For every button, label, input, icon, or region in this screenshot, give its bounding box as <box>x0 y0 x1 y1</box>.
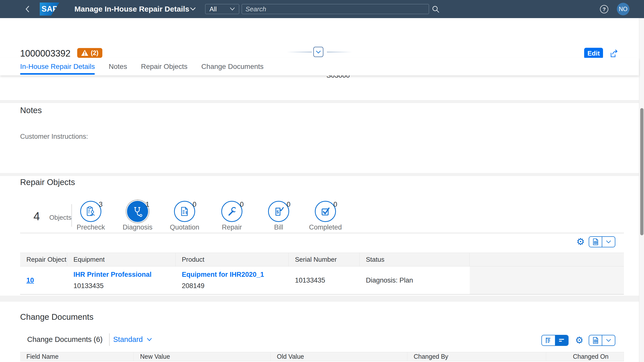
flow-step-completed[interactable]: 0 Completed <box>307 199 344 231</box>
bill-icon: $ <box>273 206 284 217</box>
cd-export-split-button[interactable] <box>589 335 615 346</box>
col-status[interactable]: Status <box>360 253 470 266</box>
edit-button[interactable]: Edit <box>584 48 603 59</box>
page-title: 1000003392 <box>20 48 70 59</box>
vertical-scrollbar[interactable] <box>639 0 644 362</box>
serial-number-value: 10133435 <box>295 277 360 284</box>
view-variant-name: Standard <box>113 335 143 344</box>
collapse-header-button[interactable] <box>313 47 323 57</box>
customer-instructions-label: Customer Instructions: <box>20 133 88 141</box>
scrollbar-thumb[interactable] <box>640 108 643 235</box>
shell-header: SAP Manage In-House Repair Details All ?… <box>0 0 644 18</box>
bill-count: 0 <box>287 201 290 208</box>
help-icon[interactable]: ? <box>600 5 608 13</box>
flow-step-precheck[interactable]: 3 Precheck <box>72 199 110 231</box>
flow-step-quotation[interactable]: $ 0 Quotation <box>166 199 203 231</box>
col-product[interactable]: Product <box>176 253 289 266</box>
export-menu-chevron-down-icon[interactable] <box>602 335 615 345</box>
quotation-icon: $ <box>179 206 190 217</box>
completed-label: Completed <box>307 223 344 231</box>
collapse-line-left <box>287 52 312 52</box>
flow-step-repair[interactable]: 0 Repair <box>213 199 251 231</box>
change-documents-titlebar: Change Documents (6) Standard <box>20 332 624 348</box>
svg-text:$: $ <box>277 210 279 214</box>
search-icon[interactable] <box>432 5 440 14</box>
details-section-tail: S03000 <box>0 75 639 100</box>
col-empty <box>470 253 624 266</box>
product-link[interactable]: Equipment for IHR2020_1 <box>182 271 289 279</box>
repair-object-link[interactable]: 10 <box>26 277 67 284</box>
col-serial-number[interactable]: Serial Number <box>289 253 360 266</box>
collapse-line-right <box>327 52 352 52</box>
warning-count: (2) <box>91 49 99 57</box>
diagnosis-icon <box>132 206 143 217</box>
app-title[interactable]: Manage In-House Repair Details <box>74 0 189 18</box>
flow-bottom-border <box>20 233 624 233</box>
warning-triangle-icon <box>81 50 89 56</box>
col-changed-by[interactable]: Changed By <box>407 352 546 361</box>
col-repair-object[interactable]: Repair Object <box>20 253 67 266</box>
col-changed-on[interactable]: Changed On <box>546 352 624 361</box>
search-scope-value: All <box>209 5 217 13</box>
export-split-button[interactable] <box>589 236 615 247</box>
chevron-down-icon <box>229 7 235 11</box>
avatar[interactable]: NO <box>617 3 629 15</box>
export-to-spreadsheet-icon[interactable] <box>589 237 602 247</box>
equipment-link[interactable]: IHR Printer Professional <box>73 271 176 279</box>
table-header-row: Repair Object Equipment Product Serial N… <box>20 253 624 266</box>
equipment-id: 10133435 <box>73 282 176 290</box>
flat-view-button[interactable] <box>555 335 568 345</box>
flow-step-diagnosis[interactable]: 1 Diagnosis <box>119 199 156 231</box>
header-collapse-area <box>287 47 352 58</box>
share-icon[interactable] <box>608 48 620 59</box>
tab-in-house-repair-details[interactable]: In-House Repair Details <box>20 58 95 75</box>
tab-change-documents[interactable]: Change Documents <box>201 58 264 75</box>
notes-section: Notes Customer Instructions: <box>0 103 639 173</box>
product-id: 208149 <box>182 282 289 290</box>
precheck-icon <box>85 206 96 217</box>
precheck-count: 3 <box>99 201 103 208</box>
quotation-label: Quotation <box>166 223 203 231</box>
table-row[interactable]: 10 IHR Printer Professional 10133435 Equ… <box>20 266 624 295</box>
bill-label: Bill <box>260 223 297 231</box>
chevron-down-icon <box>316 50 321 54</box>
chevron-down-icon <box>146 338 152 342</box>
completed-count: 0 <box>333 201 337 208</box>
search-input[interactable] <box>242 4 429 14</box>
sap-logo[interactable]: SAP <box>40 3 59 16</box>
process-flow: 4 Objects 3 Precheck <box>0 176 639 236</box>
col-field-name[interactable]: Field Name <box>20 352 134 361</box>
tab-repair-objects[interactable]: Repair Objects <box>141 58 187 75</box>
cd-table-header-row: Field Name New Value Old Value Changed B… <box>20 352 624 361</box>
status-value: Diagnosis: Plan <box>366 277 470 284</box>
search-box <box>242 4 429 14</box>
repair-objects-table: Repair Object Equipment Product Serial N… <box>20 253 624 295</box>
table-settings-gear-icon[interactable]: ⚙ <box>576 237 585 246</box>
cd-table-settings-gear-icon[interactable]: ⚙ <box>575 336 583 345</box>
col-new-value[interactable]: New Value <box>134 352 271 361</box>
notes-heading: Notes <box>20 106 42 115</box>
objects-label: Objects <box>49 214 71 221</box>
col-equipment[interactable]: Equipment <box>67 253 176 266</box>
repair-objects-section: Repair Objects 4 Objects <box>0 176 639 296</box>
col-old-value[interactable]: Old Value <box>271 352 407 361</box>
diagnosis-label: Diagnosis <box>119 223 156 231</box>
tree-view-icon <box>545 337 552 344</box>
flat-view-icon <box>558 337 565 344</box>
export-to-spreadsheet-icon[interactable] <box>589 335 602 345</box>
repair-count: 0 <box>240 201 244 208</box>
flow-step-bill[interactable]: $ 0 Bill <box>260 199 297 231</box>
precheck-label: Precheck <box>72 223 110 231</box>
quotation-count: 0 <box>193 201 196 208</box>
repair-label: Repair <box>213 223 251 231</box>
view-variant-select[interactable]: Standard <box>113 335 152 344</box>
export-menu-chevron-down-icon[interactable] <box>602 237 615 247</box>
tab-notes[interactable]: Notes <box>109 58 127 75</box>
app-title-chevron-down-icon[interactable] <box>189 7 197 12</box>
back-icon[interactable] <box>23 5 32 14</box>
change-documents-table-title: Change Documents (6) <box>27 335 103 344</box>
search-scope-select[interactable]: All <box>205 4 239 14</box>
tree-view-button[interactable] <box>542 335 555 345</box>
clipped-field-value: S03000 <box>326 75 350 79</box>
warning-badge[interactable]: (2) <box>77 48 102 58</box>
